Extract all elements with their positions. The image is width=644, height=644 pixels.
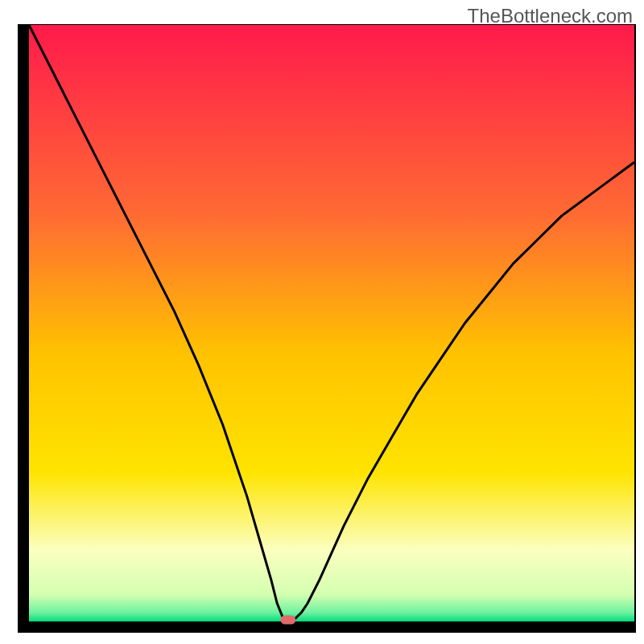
chart-container: TheBottleneck.com (0, 0, 644, 644)
optimal-marker (280, 615, 295, 624)
svg-rect-4 (0, 633, 644, 644)
bottleneck-chart (0, 0, 644, 644)
svg-rect-2 (0, 0, 18, 644)
watermark-text: TheBottleneck.com (468, 5, 633, 27)
svg-rect-5 (29, 25, 634, 621)
svg-rect-3 (636, 0, 644, 644)
